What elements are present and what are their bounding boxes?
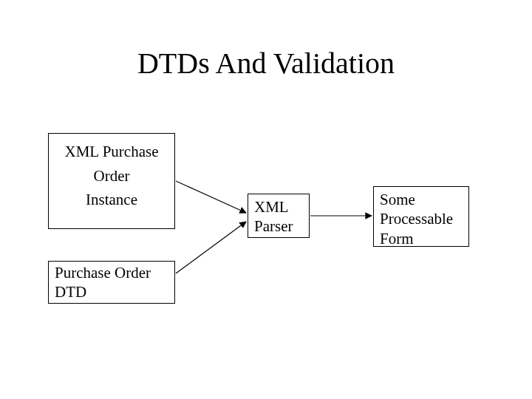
arrow-instance-to-parser xyxy=(176,181,246,213)
box-purchase-order-dtd: Purchase Order DTD xyxy=(48,261,175,304)
box-parser-line2: Parser xyxy=(254,216,303,236)
box-processable-form: Some Processable Form xyxy=(373,186,469,247)
box-instance-line1: XML Purchase xyxy=(49,140,174,164)
box-instance-line3: Instance xyxy=(49,188,174,212)
box-parser-line1: XML xyxy=(254,197,303,216)
box-xml-purchase-order-instance: XML Purchase Order Instance xyxy=(48,133,175,229)
box-dtd-line2: DTD xyxy=(55,282,168,301)
diagram-canvas: DTDs And Validation XML Purchase Order I… xyxy=(0,0,532,399)
box-form-line3: Form xyxy=(380,229,463,248)
arrow-dtd-to-parser xyxy=(176,222,246,273)
box-form-line1: Some xyxy=(380,190,463,209)
box-instance-line2: Order xyxy=(49,164,174,188)
box-dtd-line1: Purchase Order xyxy=(55,263,168,282)
page-title: DTDs And Validation xyxy=(0,46,532,81)
box-xml-parser: XML Parser xyxy=(248,194,310,238)
box-form-line2: Processable xyxy=(380,209,463,228)
